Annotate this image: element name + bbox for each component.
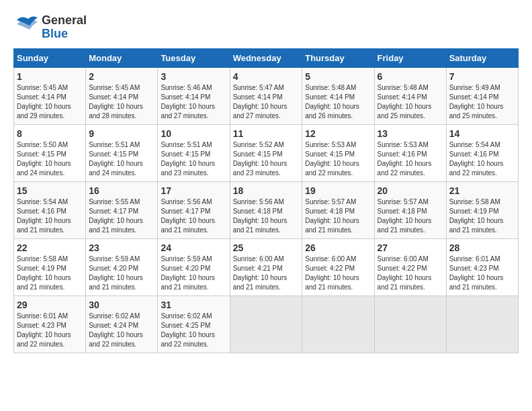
calendar-cell: 25Sunrise: 6:00 AMSunset: 4:21 PMDayligh… (230, 239, 302, 296)
day-number: 4 (233, 71, 300, 82)
calendar-cell: 1Sunrise: 5:45 AMSunset: 4:14 PMDaylight… (14, 68, 86, 125)
day-number: 30 (89, 300, 154, 310)
day-number: 11 (233, 128, 300, 139)
calendar-cell (374, 296, 446, 353)
calendar-cell: 15Sunrise: 5:54 AMSunset: 4:16 PMDayligh… (14, 182, 86, 239)
calendar-week-row: 29Sunrise: 6:01 AMSunset: 4:23 PMDayligh… (14, 296, 519, 353)
day-number: 27 (378, 242, 443, 253)
day-number: 25 (233, 242, 300, 253)
header-cell-wednesday: Wednesday (230, 49, 302, 68)
calendar-week-row: 15Sunrise: 5:54 AMSunset: 4:16 PMDayligh… (14, 182, 519, 239)
day-detail: Sunrise: 6:02 AMSunset: 4:25 PMDaylight:… (161, 312, 226, 349)
calendar-week-row: 1Sunrise: 5:45 AMSunset: 4:14 PMDaylight… (14, 68, 519, 125)
calendar-cell (446, 296, 518, 353)
day-number: 3 (161, 71, 226, 82)
day-number: 31 (161, 300, 226, 310)
header-cell-saturday: Saturday (446, 49, 518, 68)
day-detail: Sunrise: 5:47 AMSunset: 4:14 PMDaylight:… (233, 83, 300, 121)
day-number: 21 (449, 185, 515, 196)
calendar-cell: 21Sunrise: 5:58 AMSunset: 4:19 PMDayligh… (446, 182, 518, 239)
day-number: 29 (17, 300, 83, 310)
logo-general: General (42, 14, 87, 28)
header-cell-sunday: Sunday (14, 49, 86, 68)
calendar-cell: 12Sunrise: 5:53 AMSunset: 4:15 PMDayligh… (302, 125, 374, 182)
calendar-cell: 13Sunrise: 5:53 AMSunset: 4:16 PMDayligh… (374, 125, 446, 182)
logo-svg (13, 13, 39, 39)
day-number: 18 (233, 185, 300, 196)
day-detail: Sunrise: 5:58 AMSunset: 4:19 PMDaylight:… (17, 255, 83, 292)
day-detail: Sunrise: 5:57 AMSunset: 4:18 PMDaylight:… (378, 197, 443, 235)
day-detail: Sunrise: 6:01 AMSunset: 4:23 PMDaylight:… (449, 255, 515, 292)
day-number: 1 (17, 71, 83, 82)
calendar-cell (302, 296, 374, 353)
calendar-cell: 26Sunrise: 6:00 AMSunset: 4:22 PMDayligh… (302, 239, 374, 296)
calendar-cell: 8Sunrise: 5:50 AMSunset: 4:15 PMDaylight… (14, 125, 86, 182)
calendar-cell: 30Sunrise: 6:02 AMSunset: 4:24 PMDayligh… (86, 296, 158, 353)
day-number: 19 (305, 185, 371, 196)
calendar-cell: 27Sunrise: 6:00 AMSunset: 4:22 PMDayligh… (374, 239, 446, 296)
day-number: 14 (449, 128, 515, 139)
day-detail: Sunrise: 5:57 AMSunset: 4:18 PMDaylight:… (305, 197, 371, 235)
calendar-week-row: 8Sunrise: 5:50 AMSunset: 4:15 PMDaylight… (14, 125, 519, 182)
day-number: 6 (378, 71, 443, 82)
day-number: 28 (449, 242, 515, 253)
day-number: 2 (89, 71, 154, 82)
calendar-header-row: SundayMondayTuesdayWednesdayThursdayFrid… (14, 49, 519, 68)
calendar-week-row: 22Sunrise: 5:58 AMSunset: 4:19 PMDayligh… (14, 239, 519, 296)
day-number: 10 (161, 128, 226, 139)
day-number: 13 (378, 128, 443, 139)
day-number: 12 (305, 128, 371, 139)
day-detail: Sunrise: 5:54 AMSunset: 4:16 PMDaylight:… (17, 197, 83, 235)
calendar-cell: 3Sunrise: 5:46 AMSunset: 4:14 PMDaylight… (158, 68, 230, 125)
calendar-cell: 19Sunrise: 5:57 AMSunset: 4:18 PMDayligh… (302, 182, 374, 239)
header: General Blue (13, 13, 519, 42)
day-detail: Sunrise: 5:45 AMSunset: 4:14 PMDaylight:… (17, 83, 83, 121)
day-number: 8 (17, 128, 83, 139)
day-number: 16 (89, 185, 154, 196)
day-number: 20 (378, 185, 443, 196)
day-detail: Sunrise: 5:53 AMSunset: 4:15 PMDaylight:… (305, 140, 371, 178)
calendar-cell: 31Sunrise: 6:02 AMSunset: 4:25 PMDayligh… (158, 296, 230, 353)
calendar-cell: 4Sunrise: 5:47 AMSunset: 4:14 PMDaylight… (230, 68, 302, 125)
day-detail: Sunrise: 5:50 AMSunset: 4:15 PMDaylight:… (17, 140, 83, 178)
logo-container: General Blue (13, 13, 87, 42)
calendar-cell: 23Sunrise: 5:59 AMSunset: 4:20 PMDayligh… (86, 239, 158, 296)
day-number: 26 (305, 242, 371, 253)
day-detail: Sunrise: 6:00 AMSunset: 4:22 PMDaylight:… (305, 255, 371, 292)
calendar-cell: 5Sunrise: 5:48 AMSunset: 4:14 PMDaylight… (302, 68, 374, 125)
calendar-cell: 17Sunrise: 5:56 AMSunset: 4:17 PMDayligh… (158, 182, 230, 239)
calendar-body: 1Sunrise: 5:45 AMSunset: 4:14 PMDaylight… (14, 68, 519, 353)
calendar-table: SundayMondayTuesdayWednesdayThursdayFrid… (13, 48, 519, 353)
calendar-cell: 9Sunrise: 5:51 AMSunset: 4:15 PMDaylight… (86, 125, 158, 182)
day-number: 7 (449, 71, 515, 82)
header-cell-monday: Monday (86, 49, 158, 68)
day-detail: Sunrise: 6:00 AMSunset: 4:21 PMDaylight:… (233, 255, 300, 292)
day-detail: Sunrise: 5:59 AMSunset: 4:20 PMDaylight:… (89, 255, 154, 292)
day-detail: Sunrise: 5:51 AMSunset: 4:15 PMDaylight:… (89, 140, 154, 178)
day-detail: Sunrise: 5:52 AMSunset: 4:15 PMDaylight:… (233, 140, 300, 178)
day-detail: Sunrise: 5:56 AMSunset: 4:18 PMDaylight:… (233, 197, 300, 235)
day-number: 15 (17, 185, 83, 196)
day-detail: Sunrise: 5:53 AMSunset: 4:16 PMDaylight:… (378, 140, 443, 178)
header-cell-friday: Friday (374, 49, 446, 68)
day-detail: Sunrise: 5:58 AMSunset: 4:19 PMDaylight:… (449, 197, 515, 235)
calendar-cell: 28Sunrise: 6:01 AMSunset: 4:23 PMDayligh… (446, 239, 518, 296)
day-detail: Sunrise: 6:02 AMSunset: 4:24 PMDaylight:… (89, 312, 154, 349)
day-detail: Sunrise: 6:00 AMSunset: 4:22 PMDaylight:… (378, 255, 443, 292)
day-detail: Sunrise: 6:01 AMSunset: 4:23 PMDaylight:… (17, 312, 83, 349)
day-detail: Sunrise: 5:45 AMSunset: 4:14 PMDaylight:… (89, 83, 154, 121)
calendar-cell: 10Sunrise: 5:51 AMSunset: 4:15 PMDayligh… (158, 125, 230, 182)
calendar-cell: 20Sunrise: 5:57 AMSunset: 4:18 PMDayligh… (374, 182, 446, 239)
calendar-cell: 7Sunrise: 5:49 AMSunset: 4:14 PMDaylight… (446, 68, 518, 125)
day-number: 24 (161, 242, 226, 253)
day-detail: Sunrise: 5:55 AMSunset: 4:17 PMDaylight:… (89, 197, 154, 235)
day-number: 23 (89, 242, 154, 253)
day-number: 22 (17, 242, 83, 253)
header-cell-thursday: Thursday (302, 49, 374, 68)
day-detail: Sunrise: 5:49 AMSunset: 4:14 PMDaylight:… (449, 83, 515, 121)
day-detail: Sunrise: 5:59 AMSunset: 4:20 PMDaylight:… (161, 255, 226, 292)
day-number: 9 (89, 128, 154, 139)
day-number: 5 (305, 71, 371, 82)
logo-blue: Blue (42, 28, 87, 41)
calendar-cell: 16Sunrise: 5:55 AMSunset: 4:17 PMDayligh… (86, 182, 158, 239)
